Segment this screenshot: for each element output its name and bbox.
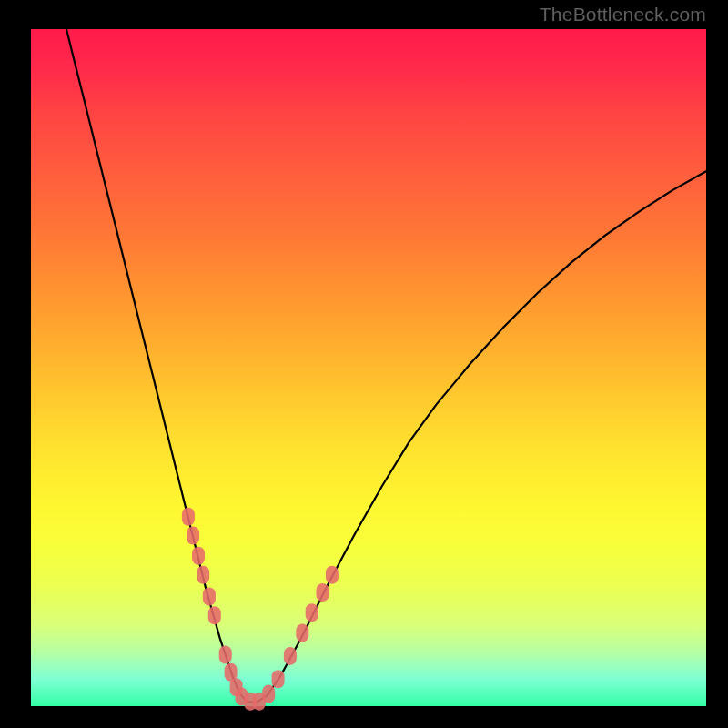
chart-overlay [0,0,728,728]
svg-rect-15 [296,624,308,642]
svg-rect-18 [326,566,339,584]
svg-rect-1 [187,527,199,545]
svg-rect-16 [306,603,318,622]
chart-frame: TheBottleneck.com [0,0,728,728]
svg-rect-4 [203,588,216,606]
svg-rect-12 [262,685,275,703]
svg-rect-2 [192,547,205,565]
svg-rect-5 [208,606,221,624]
svg-rect-13 [272,670,285,688]
svg-rect-3 [197,566,209,584]
watermark-text: TheBottleneck.com [540,4,706,25]
svg-rect-14 [284,647,297,665]
svg-rect-17 [317,583,329,602]
highlight-dots [182,508,339,711]
svg-rect-6 [219,646,232,664]
svg-rect-0 [182,508,195,526]
bottleneck-curve [65,23,706,703]
